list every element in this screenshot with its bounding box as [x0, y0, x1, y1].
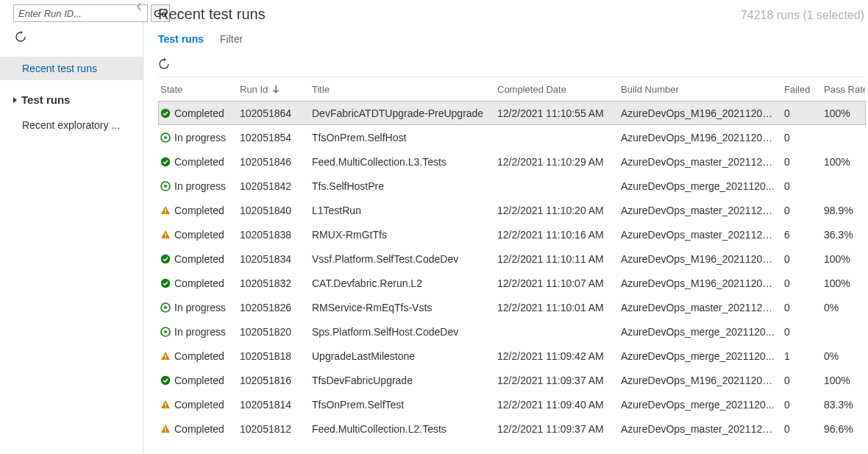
table-header-row: State Run Id Title Completed Date Build …: [158, 77, 866, 101]
title-cell: DevFabricATDTUpgrade-PreUpgrade: [307, 107, 493, 119]
sidebar-refresh-button[interactable]: [0, 26, 24, 57]
failed-cell: 0: [780, 302, 819, 313]
completed-date-cell: 12/2/2021 11:10:55 AM: [493, 107, 616, 119]
table-row[interactable]: In progress102051842Tfs.SelfHostPreAzure…: [158, 174, 866, 198]
tab-filter[interactable]: Filter: [220, 33, 243, 48]
run-id-cell: 102051826: [235, 302, 307, 313]
table-row[interactable]: Completed102051864DevFabricATDTUpgrade-P…: [158, 101, 866, 125]
run-id-search-input[interactable]: [13, 4, 148, 22]
col-run-id[interactable]: Run Id: [235, 84, 307, 95]
table-row[interactable]: Completed102051834Vssf.Platform.SelfTest…: [158, 246, 866, 271]
col-build-number[interactable]: Build Number: [616, 84, 780, 95]
in-progress-icon: [160, 302, 171, 313]
title-cell: Tfs.SelfHostPre: [307, 180, 493, 192]
col-completed-date[interactable]: Completed Date: [493, 84, 616, 95]
in-progress-icon: [160, 181, 171, 191]
title-cell: RMService-RmEqTfs-Vsts: [307, 302, 493, 313]
build-number-cell: AzureDevOps_merge_2021120...: [616, 180, 780, 192]
pass-rate-cell: 100%: [819, 156, 865, 168]
warning-icon: [160, 351, 171, 361]
completed-date-cell: 12/2/2021 11:10:29 AM: [493, 156, 616, 168]
run-id-cell: 102051820: [235, 326, 307, 338]
col-title[interactable]: Title: [307, 84, 493, 95]
table-row[interactable]: Completed102051832CAT.Devfabric.Rerun.L2…: [158, 271, 866, 295]
main-refresh-button[interactable]: [158, 58, 174, 72]
build-number-cell: AzureDevOps_master_2021120...: [616, 156, 780, 168]
failed-cell: 0: [780, 205, 819, 216]
run-id-cell: 102051834: [235, 253, 307, 265]
sidebar-item-recent-exploratory[interactable]: Recent exploratory ...: [0, 112, 143, 137]
failed-cell: 0: [780, 156, 819, 168]
build-number-cell: AzureDevOps_M196_20211202.6: [616, 132, 780, 143]
table-row[interactable]: Completed102051840L1TestRun12/2/2021 11:…: [158, 198, 866, 222]
title-cell: Feed.MultiCollection.L2.Tests: [307, 423, 493, 435]
title-cell: TfsDevFabricUpgrade: [307, 375, 493, 386]
run-id-cell: 102051816: [235, 375, 307, 386]
completed-date-cell: 12/2/2021 11:09:37 AM: [493, 423, 616, 435]
pass-rate-cell: 0%: [819, 302, 865, 313]
col-failed[interactable]: Failed: [780, 84, 819, 95]
run-id-cell: 102051838: [235, 229, 307, 241]
state-text: Completed: [174, 253, 224, 265]
completed-date-cell: 12/2/2021 11:10:16 AM: [493, 229, 616, 241]
table-row[interactable]: In progress102051854TfsOnPrem.SelfHostAz…: [158, 125, 866, 149]
completed-date-cell: 12/2/2021 11:10:01 AM: [493, 302, 616, 313]
failed-cell: 0: [780, 253, 819, 265]
col-state[interactable]: State: [159, 84, 235, 95]
build-number-cell: AzureDevOps_master_2021120...: [616, 423, 780, 435]
run-id-cell: 102051832: [235, 277, 307, 289]
failed-cell: 0: [780, 277, 819, 289]
failed-cell: 0: [780, 107, 819, 119]
warning-icon: [160, 230, 171, 240]
pass-rate-cell: 100%: [819, 253, 865, 265]
completed-date-cell: 12/2/2021 11:09:40 AM: [493, 399, 616, 411]
table-row[interactable]: In progress102051826RMService-RmEqTfs-Vs…: [158, 295, 866, 319]
success-check-icon: [160, 254, 171, 264]
table-row[interactable]: Completed102051814TfsOnPrem.SelfTest12/2…: [158, 392, 866, 416]
table-row[interactable]: Completed102051816TfsDevFabricUpgrade12/…: [158, 368, 866, 392]
sidebar-collapse-handle[interactable]: [136, 1, 143, 12]
run-id-cell: 102051846: [235, 156, 307, 168]
sidebar-item-recent-test-runs[interactable]: Recent test runs: [0, 57, 143, 80]
failed-cell: 0: [780, 423, 819, 435]
run-id-cell: 102051818: [235, 350, 307, 362]
pass-rate-cell: 100%: [819, 375, 865, 386]
warning-icon: [160, 205, 171, 216]
build-number-cell: AzureDevOps_M196_20211202.5: [616, 107, 780, 119]
build-number-cell: AzureDevOps_merge_2021120...: [616, 399, 780, 411]
completed-date-cell: 12/2/2021 11:10:07 AM: [493, 277, 616, 289]
pass-rate-cell: 100%: [819, 277, 865, 289]
success-check-icon: [160, 157, 171, 167]
state-text: In progress: [174, 326, 226, 338]
table-row[interactable]: Completed102051846Feed.MultiCollection.L…: [158, 149, 866, 174]
build-number-cell: AzureDevOps_M196_20211202.5: [616, 277, 780, 289]
title-cell: CAT.Devfabric.Rerun.L2: [307, 277, 493, 289]
warning-icon: [160, 400, 171, 410]
pass-rate-cell: 96.6%: [819, 423, 865, 435]
title-cell: Sps.Platform.SelfHost.CodeDev: [307, 326, 493, 338]
warning-icon: [160, 424, 171, 434]
state-text: Completed: [174, 399, 224, 411]
run-id-cell: 102051814: [235, 399, 307, 411]
table-row[interactable]: Completed102051818UpgradeLastMilestone12…: [158, 344, 866, 368]
build-number-cell: AzureDevOps_M196_20211202.6: [616, 253, 780, 265]
pass-rate-cell: 0%: [819, 350, 865, 362]
tab-test-runs[interactable]: Test runs: [158, 33, 204, 48]
table-row[interactable]: In progress102051820Sps.Platform.SelfHos…: [158, 319, 866, 344]
title-cell: Feed.MultiCollection.L3.Tests: [307, 156, 493, 168]
state-text: Completed: [174, 350, 224, 362]
runs-count-label: 74218 runs (1 selected): [741, 9, 864, 22]
col-pass-rate[interactable]: Pass Rate: [819, 84, 865, 95]
table-row[interactable]: Completed102051812Feed.MultiCollection.L…: [158, 416, 866, 441]
failed-cell: 0: [780, 180, 819, 192]
sidebar-section-test-runs[interactable]: Test runs: [0, 80, 143, 112]
completed-date-cell: 12/2/2021 11:09:42 AM: [493, 350, 616, 362]
completed-date-cell: 12/2/2021 11:10:11 AM: [493, 253, 616, 265]
failed-cell: 6: [780, 229, 819, 241]
state-text: Completed: [174, 156, 224, 168]
title-cell: TfsOnPrem.SelfHost: [307, 132, 493, 143]
failed-cell: 0: [780, 326, 819, 338]
run-id-cell: 102051812: [235, 423, 307, 435]
table-row[interactable]: Completed102051838RMUX-RmGtTfs12/2/2021 …: [158, 222, 866, 246]
build-number-cell: AzureDevOps_master_2021120...: [616, 229, 780, 241]
